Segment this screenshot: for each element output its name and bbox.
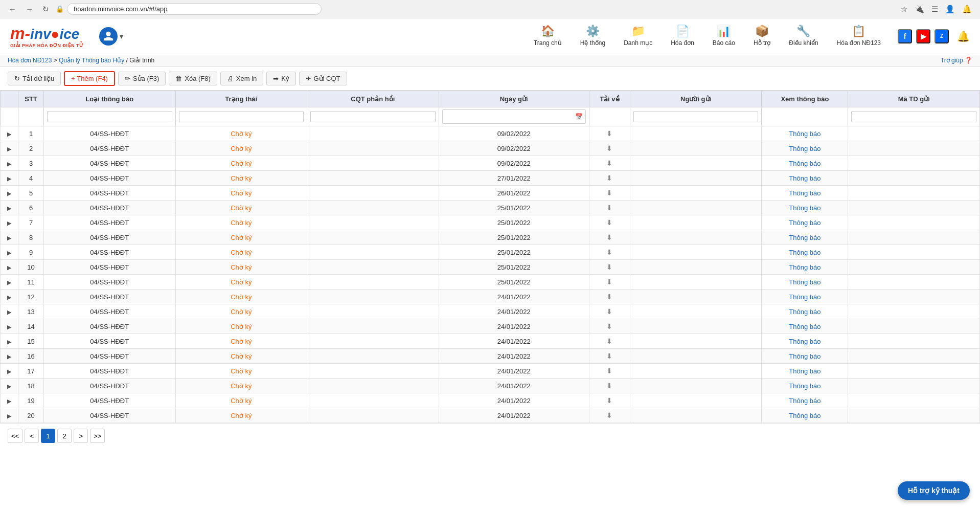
- help-link[interactable]: Trợ giúp ❓: [941, 57, 972, 64]
- thong-bao-link[interactable]: Thông báo: [789, 278, 821, 286]
- page-last-btn[interactable]: >>: [90, 429, 105, 443]
- row-expand-btn[interactable]: ▶: [6, 309, 13, 316]
- nav-bao-cao[interactable]: 📊 Báo cáo: [703, 18, 744, 54]
- filter-trang-thai-input[interactable]: [179, 111, 304, 122]
- reload-btn[interactable]: ↻ Tải dữ liệu: [8, 72, 61, 85]
- thong-bao-link[interactable]: Thông báo: [789, 263, 821, 271]
- row-expand-btn[interactable]: ▶: [6, 279, 13, 286]
- download-icon[interactable]: ⬇: [606, 263, 612, 271]
- nav-danh-muc[interactable]: 📁 Danh mục: [614, 18, 662, 54]
- delete-btn[interactable]: 🗑 Xóa (F8): [169, 72, 217, 85]
- download-icon[interactable]: ⬇: [606, 144, 612, 152]
- facebook-btn[interactable]: f: [898, 29, 912, 43]
- nav-forward-btn[interactable]: →: [23, 4, 36, 14]
- nav-trang-chu[interactable]: 🏠 Trang chủ: [525, 18, 571, 54]
- sign-btn[interactable]: ➡ Ký: [266, 72, 295, 85]
- thong-bao-link[interactable]: Thông báo: [789, 130, 821, 138]
- thong-bao-link[interactable]: Thông báo: [789, 160, 821, 167]
- row-expand-btn[interactable]: ▶: [6, 398, 13, 405]
- download-icon[interactable]: ⬇: [606, 278, 612, 286]
- filter-ngay-input[interactable]: [448, 112, 575, 122]
- row-expand-btn[interactable]: ▶: [6, 175, 13, 182]
- page-first-btn[interactable]: <<: [8, 429, 22, 443]
- download-icon[interactable]: ⬇: [606, 174, 612, 182]
- row-expand-btn[interactable]: ▶: [6, 235, 13, 241]
- download-icon[interactable]: ⬇: [606, 129, 612, 138]
- download-icon[interactable]: ⬇: [606, 293, 612, 301]
- row-expand-btn[interactable]: ▶: [6, 220, 13, 227]
- notification-bell-icon[interactable]: 🔔: [957, 30, 970, 42]
- filter-nguoi-gui-input[interactable]: [633, 111, 759, 122]
- row-expand-btn[interactable]: ▶: [6, 146, 13, 152]
- download-icon[interactable]: ⬇: [606, 204, 612, 212]
- thong-bao-link[interactable]: Thông báo: [789, 234, 821, 241]
- page-1-btn[interactable]: 1: [41, 429, 55, 443]
- download-icon[interactable]: ⬇: [606, 159, 612, 167]
- extensions-btn[interactable]: 🔌: [913, 4, 926, 15]
- thong-bao-link[interactable]: Thông báo: [789, 367, 821, 375]
- bookmark-btn[interactable]: ☆: [899, 4, 909, 15]
- thong-bao-link[interactable]: Thông báo: [789, 352, 821, 360]
- nav-hoa-don-nd123[interactable]: 📋 Hóa đơn NĐ123: [828, 18, 890, 54]
- breadcrumb-hoa-don-nd123[interactable]: Hóa đơn NĐ123: [8, 57, 52, 64]
- row-expand-btn[interactable]: ▶: [6, 205, 13, 212]
- user-menu-btn[interactable]: ▾: [99, 27, 123, 46]
- row-expand-btn[interactable]: ▶: [6, 190, 13, 197]
- page-prev-btn[interactable]: <: [25, 429, 39, 443]
- thong-bao-link[interactable]: Thông báo: [789, 397, 821, 405]
- download-icon[interactable]: ⬇: [606, 396, 612, 405]
- row-expand-btn[interactable]: ▶: [6, 250, 13, 256]
- filter-cqt-input[interactable]: [310, 111, 436, 122]
- page-next-btn[interactable]: >: [74, 429, 88, 443]
- url-bar[interactable]: [67, 3, 322, 15]
- download-icon[interactable]: ⬇: [606, 218, 612, 227]
- menu-btn[interactable]: ☰: [929, 4, 940, 15]
- download-icon[interactable]: ⬇: [606, 352, 612, 360]
- download-icon[interactable]: ⬇: [606, 337, 612, 345]
- thong-bao-link[interactable]: Thông báo: [789, 412, 821, 419]
- download-icon[interactable]: ⬇: [606, 322, 612, 330]
- calendar-icon[interactable]: 📅: [575, 113, 583, 120]
- download-icon[interactable]: ⬇: [606, 233, 612, 241]
- row-expand-btn[interactable]: ▶: [6, 294, 13, 301]
- download-icon[interactable]: ⬇: [606, 189, 612, 197]
- thong-bao-link[interactable]: Thông báo: [789, 323, 821, 330]
- zalo-btn[interactable]: Z: [935, 29, 949, 43]
- download-icon[interactable]: ⬇: [606, 411, 612, 419]
- notification-browser-btn[interactable]: 🔔: [960, 4, 974, 15]
- send-cqt-btn[interactable]: ✈ Gửi CQT: [299, 72, 347, 85]
- row-expand-btn[interactable]: ▶: [6, 131, 13, 138]
- page-2-btn[interactable]: 2: [57, 429, 72, 443]
- thong-bao-link[interactable]: Thông báo: [789, 249, 821, 256]
- row-expand-btn[interactable]: ▶: [6, 383, 13, 390]
- thong-bao-link[interactable]: Thông báo: [789, 204, 821, 212]
- filter-loai-input[interactable]: [47, 111, 172, 122]
- print-btn[interactable]: 🖨 Xem in: [220, 72, 263, 85]
- row-expand-btn[interactable]: ▶: [6, 161, 13, 167]
- youtube-btn[interactable]: ▶: [916, 29, 930, 43]
- row-expand-btn[interactable]: ▶: [6, 339, 13, 345]
- nav-reload-btn[interactable]: ↻: [40, 4, 52, 15]
- edit-btn[interactable]: ✏ Sửa (F3): [118, 72, 166, 85]
- row-expand-btn[interactable]: ▶: [6, 264, 13, 271]
- download-icon[interactable]: ⬇: [606, 367, 612, 375]
- download-icon[interactable]: ⬇: [606, 248, 612, 256]
- profile-btn[interactable]: 👤: [943, 4, 957, 15]
- download-icon[interactable]: ⬇: [606, 307, 612, 316]
- nav-dieu-khien[interactable]: 🔧 Điều khiển: [780, 18, 827, 54]
- thong-bao-link[interactable]: Thông báo: [789, 308, 821, 316]
- thong-bao-link[interactable]: Thông báo: [789, 189, 821, 197]
- row-expand-btn[interactable]: ▶: [6, 353, 13, 360]
- thong-bao-link[interactable]: Thông báo: [789, 145, 821, 152]
- row-expand-btn[interactable]: ▶: [6, 324, 13, 330]
- download-icon[interactable]: ⬇: [606, 382, 612, 390]
- thong-bao-link[interactable]: Thông báo: [789, 382, 821, 390]
- nav-ho-tro[interactable]: 📦 Hỗ trợ: [744, 18, 780, 54]
- nav-back-btn[interactable]: ←: [6, 4, 19, 14]
- thong-bao-link[interactable]: Thông báo: [789, 293, 821, 301]
- filter-ma-td-input[interactable]: [851, 111, 976, 122]
- row-expand-btn[interactable]: ▶: [6, 368, 13, 375]
- thong-bao-link[interactable]: Thông báo: [789, 338, 821, 345]
- thong-bao-link[interactable]: Thông báo: [789, 219, 821, 227]
- row-expand-btn[interactable]: ▶: [6, 413, 13, 419]
